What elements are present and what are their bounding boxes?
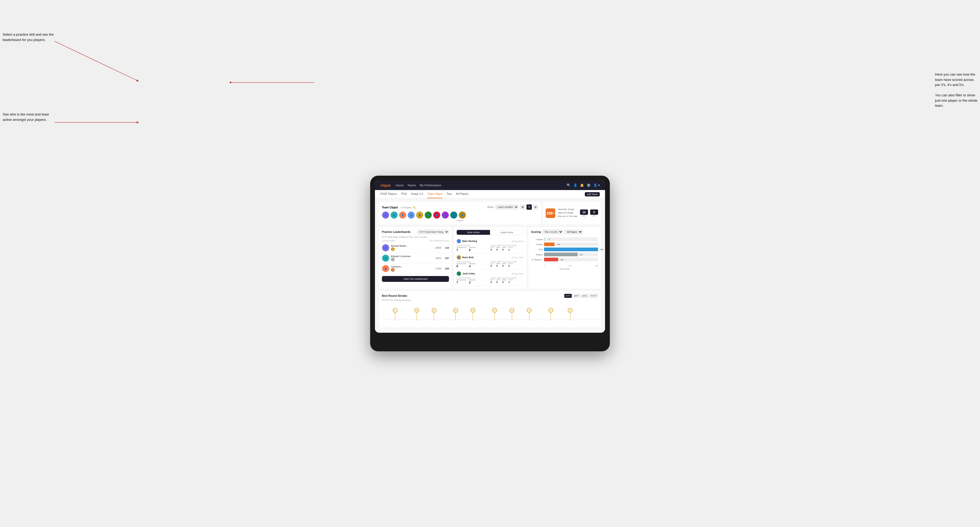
subnav-pga[interactable]: PGA [401,190,407,198]
bar-eagles: Eagles 3 [531,237,598,241]
navbar: clippd Home Teams My Performance 🔍 👤 🔔 ⚙… [375,181,605,190]
practice-activities-1: Total Practice Activities OTT 0 APP 0 [490,244,523,252]
arg-3: ARG 0 [502,279,506,284]
total-rounds-3: Total Rounds Tournament 7 Practice 2 [457,277,490,284]
edit-icon[interactable]: ✏️ [413,206,416,209]
mini-stats-2: OTT 0 APP 0 ARG 0 [490,263,523,267]
three-col-section: Practice Leaderboards PUTT Must Make Put… [379,227,601,289]
scoring-par-filter[interactable]: Par 3, 4 & 5s [542,230,563,234]
x-200: 200 [568,265,572,267]
bar-pars: Pars 499 [531,248,598,251]
nav-home[interactable]: Home [396,184,403,187]
avatar-10[interactable]: 👤 [458,211,466,219]
bar-value-bogeys: 311 [580,254,583,256]
avatar-6[interactable]: 👤 [425,211,432,219]
practice-stat-1: Practice 6 [469,246,476,252]
mini-stats-3: OTT 0 APP 0 ARG 0 [490,279,523,284]
settings-icon[interactable]: ⚙️ [587,183,591,187]
bar-label-pars: Pars [531,248,543,251]
streak-dot-4x-3: 4x [527,308,531,321]
nav-icons: 🔍 👤 🔔 ⚙️ 👤 ▾ [567,183,600,187]
lb-player-2: Edward Crossman 2 [391,255,410,261]
activity-date-3: 26 Aug 2023 [512,273,523,275]
total-shots-label: Total Shots [531,268,598,270]
activity-name-2: 👤 Rees Britt [457,255,474,260]
ott-2: OTT 0 [490,263,494,267]
bar-track-eagles: 3 [544,237,598,241]
avatar-3[interactable]: 👤 [399,211,406,219]
practice-activities-3: Total Practice Activities OTT 0 APP 0 [490,277,523,284]
avatar-5[interactable]: 👤 [416,211,423,219]
search-icon[interactable]: 🔍 [567,183,571,187]
lb-avatar-1: 👤 [382,244,389,252]
scoring-label: Scoring [531,230,541,233]
bar-bogeys: Bogeys 311 [531,252,598,256]
view-leaderboard-button[interactable]: View Full Leaderboard [382,276,449,282]
bar-fill-birdies: 96 [544,243,554,246]
activity-stats-3: Total Rounds Tournament 7 Practice 2 [457,277,523,284]
lb-row-3: 👤 Cameron... 3 17/20 103 [382,264,449,274]
scoring-header: Scoring Par 3, 4 & 5s All Players [531,230,598,234]
activity-player-1: 👤 Blair McHarg 26 Aug 2023 Total Rounds … [457,237,523,253]
lb-title: Practice Leaderboards [382,230,410,233]
filter-putt[interactable]: PUTT [589,294,598,298]
yard-2: 0 yds [590,210,598,217]
streak-dot-6x-2: 6x [432,308,436,321]
avatar-9[interactable]: 👤 [450,211,458,219]
rounds-row-1: Tournament 7 Practice 6 [457,246,490,252]
subnav-pgat[interactable]: PGAT Players [380,190,397,198]
arg-2: ARG 0 [502,263,506,267]
avatar-4[interactable]: 👤 [407,211,415,219]
scoring-player-filter[interactable]: All Players [565,230,583,234]
subnav-tour[interactable]: Tour [447,190,452,198]
badge-gold-1: 1 [391,247,395,251]
avatar-1[interactable]: 👤 [382,211,389,219]
least-active-tab[interactable]: Least Active [490,230,523,235]
badge-bronze-3: 3 [391,268,395,272]
subnav-all-players[interactable]: All Players [456,190,468,198]
tablet-screen: clippd Home Teams My Performance 🔍 👤 🔔 ⚙… [375,181,605,333]
filter-app[interactable]: APP [573,294,580,298]
subnav-team-clippd[interactable]: Team Clippd [428,190,442,198]
list-view-btn[interactable]: ☰ [527,205,532,210]
streak-dot-5x-2: 5x [471,308,476,321]
subnav-hcaps[interactable]: Hcaps 1-5 [411,190,423,198]
arg-1: ARG 0 [502,246,506,251]
activity-name-1: 👤 Blair McHarg [457,239,477,243]
profile-icon[interactable]: 👤 ▾ [593,183,600,187]
x-0: 0 [544,265,545,267]
bar-fill-bogeys: 311 [544,252,578,256]
bar-value-pars: 499 [600,249,603,251]
add-team-button[interactable]: Add Team [585,192,600,197]
bell-icon[interactable]: 🔔 [580,183,584,187]
streaks-card: Best Round Streaks OTT APP ARG PUTT Off … [379,291,601,327]
show-select[interactable]: Last 3 months [495,205,519,210]
lb-score-3: 17/20 [435,267,441,270]
streaks-subtitle: Off The Tee, Fairway Accuracy [382,299,598,301]
activity-avatar-1: 👤 [457,239,461,243]
bar-track-bogeys: 311 [544,252,598,256]
avatar-2[interactable]: 👤 [390,211,398,219]
nav-teams[interactable]: Teams [407,184,416,187]
activity-avatar-3: 👤 [457,271,461,276]
nav-my-performance[interactable]: My Performance [420,184,441,187]
bar-value-dbogeys: 131 [560,259,563,260]
avatar-7[interactable]: 👤 [433,211,441,219]
bar-fill-dbogeys: 131 [544,258,558,261]
activity-player-3: 👤 Josh Coles 26 Aug 2023 Total Rounds To… [457,270,523,286]
grid-view-btn[interactable]: ⊞ [520,205,525,210]
show-controls: Show: Last 3 months ⊞ ☰ ⊟ [487,205,538,210]
show-label: Show: [487,206,494,208]
streak-dot-3x-2: 3x [568,308,573,321]
filter-ott[interactable]: OTT [564,294,572,298]
most-active-tab[interactable]: Most Active [457,230,490,235]
ott-3: OTT 0 [490,279,494,284]
drill-select[interactable]: PUTT Must Make Putting... [417,230,449,234]
table-view-btn[interactable]: ⊟ [533,205,538,210]
avatar-8[interactable]: 👤 [442,211,449,219]
lb-avatar-2: 👤 [382,254,389,262]
filter-arg[interactable]: ARG [581,294,589,298]
drill-subtitle: PUTT Must Make Putting (3-6 ft), Last 3 … [382,236,449,238]
streaks-title: Best Round Streaks [382,294,407,297]
user-icon[interactable]: 👤 [573,183,578,187]
